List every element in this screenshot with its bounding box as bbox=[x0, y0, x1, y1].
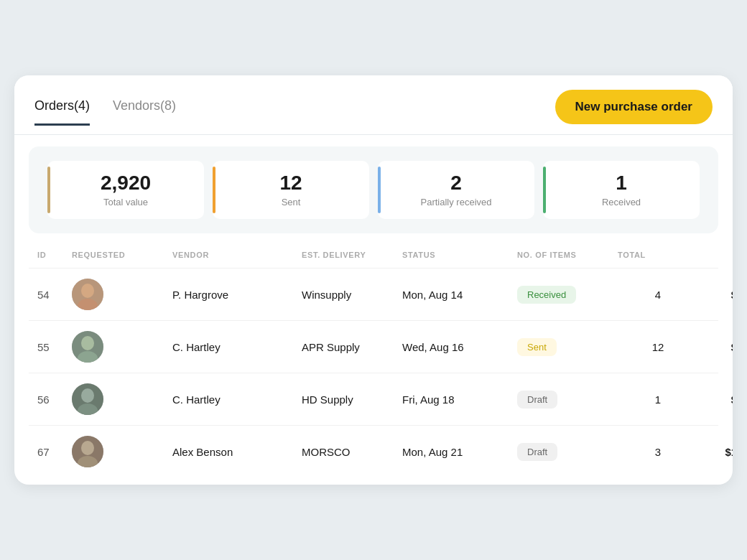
row-items-55: 12 bbox=[615, 341, 701, 353]
row-status-55: Sent bbox=[514, 338, 615, 356]
stat-partially-received: 2 Partially received bbox=[378, 161, 534, 220]
row-name-54: P. Hargrove bbox=[170, 289, 299, 301]
row-id-67: 67 bbox=[34, 446, 69, 458]
stat-label-partial: Partially received bbox=[421, 197, 492, 207]
row-delivery-56: Fri, Aug 18 bbox=[399, 393, 514, 406]
status-badge: Draft bbox=[517, 443, 557, 461]
stats-row: 2,920 Total value 12 Sent 2 Partially re… bbox=[29, 146, 718, 234]
row-avatar-67 bbox=[69, 436, 170, 467]
new-purchase-order-button[interactable]: New purchase order bbox=[555, 90, 713, 124]
svg-point-10 bbox=[81, 441, 94, 455]
row-id-56: 56 bbox=[34, 393, 69, 406]
svg-point-7 bbox=[81, 388, 94, 403]
status-badge: Draft bbox=[517, 391, 557, 409]
table-row[interactable]: 67 Alex Benson MORSCO Mon, Aug 21 Draft … bbox=[29, 425, 718, 477]
row-avatar-54 bbox=[69, 279, 170, 310]
orders-table: ID REQUESTED VENDOR EST. DELIVERY STATUS… bbox=[14, 245, 733, 485]
main-card: Orders(4) Vendors(8) New purchase order … bbox=[14, 75, 733, 485]
stat-value-partial: 2 bbox=[450, 172, 462, 195]
table-row[interactable]: 56 C. Hartley HD Supply Fri, Aug 18 Draf… bbox=[29, 373, 718, 425]
table-row[interactable]: 54 P. Hargrove Winsupply Mon, Aug 14 Rec… bbox=[29, 268, 718, 320]
status-badge: Sent bbox=[517, 338, 557, 356]
th-num-items: NO. OF ITEMS bbox=[514, 245, 615, 265]
row-delivery-54: Mon, Aug 14 bbox=[399, 289, 514, 301]
tab-vendors[interactable]: Vendors(8) bbox=[113, 98, 176, 126]
stat-label-total: Total value bbox=[103, 197, 148, 207]
row-delivery-67: Mon, Aug 21 bbox=[399, 446, 514, 458]
svg-point-1 bbox=[81, 284, 94, 298]
row-vendor-56: HD Supply bbox=[299, 393, 399, 406]
avatar bbox=[72, 436, 103, 467]
th-vendor: VENDOR bbox=[170, 245, 299, 265]
th-status: STATUS bbox=[399, 245, 514, 265]
stat-label-received: Received bbox=[602, 197, 641, 207]
row-avatar-56 bbox=[69, 383, 170, 415]
svg-point-4 bbox=[81, 336, 94, 350]
stat-accent-partial bbox=[378, 167, 381, 213]
stat-total-value: 2,920 Total value bbox=[47, 161, 204, 220]
row-vendor-54: Winsupply bbox=[299, 289, 399, 301]
stat-value-received: 1 bbox=[616, 172, 627, 195]
th-id: ID bbox=[34, 245, 69, 265]
stat-value-total: 2,920 bbox=[101, 172, 151, 195]
table-row[interactable]: 55 C. Hartley APR Supply Wed, Aug 16 Sen… bbox=[29, 320, 718, 373]
avatar bbox=[72, 383, 103, 415]
row-id-55: 55 bbox=[34, 341, 69, 353]
th-requested: REQUESTED bbox=[69, 245, 170, 265]
tab-orders[interactable]: Orders(4) bbox=[34, 98, 90, 126]
row-id-54: 54 bbox=[34, 289, 69, 301]
row-total-54: $740.00 bbox=[701, 289, 733, 301]
stat-accent-total bbox=[47, 167, 50, 213]
stat-label-sent: Sent bbox=[282, 197, 301, 207]
status-badge: Received bbox=[517, 286, 576, 304]
row-items-54: 4 bbox=[615, 289, 701, 301]
stat-accent-sent bbox=[213, 167, 215, 213]
table-header-row: ID REQUESTED VENDOR EST. DELIVERY STATUS… bbox=[29, 245, 718, 265]
th-est-delivery: EST. DELIVERY bbox=[299, 245, 399, 265]
row-vendor-55: APR Supply bbox=[299, 341, 399, 353]
stat-sent: 12 Sent bbox=[213, 161, 369, 220]
row-items-67: 3 bbox=[615, 446, 701, 458]
tabs-left: Orders(4) Vendors(8) bbox=[34, 98, 176, 126]
row-total-55: $640.00 bbox=[701, 341, 733, 353]
avatar bbox=[72, 331, 103, 363]
row-delivery-55: Wed, Aug 16 bbox=[399, 341, 514, 353]
th-total: TOTAL bbox=[615, 245, 701, 265]
tab-divider bbox=[14, 134, 733, 135]
row-name-67: Alex Benson bbox=[170, 446, 299, 458]
stat-accent-received bbox=[543, 167, 546, 213]
row-items-56: 1 bbox=[615, 393, 701, 406]
row-status-56: Draft bbox=[514, 391, 615, 409]
row-total-56: $390.00 bbox=[701, 393, 733, 406]
tabs-header: Orders(4) Vendors(8) New purchase order bbox=[14, 75, 733, 134]
stat-value-sent: 12 bbox=[279, 172, 302, 195]
stat-received: 1 Received bbox=[543, 161, 700, 220]
row-status-67: Draft bbox=[514, 443, 615, 461]
row-name-55: C. Hartley bbox=[170, 341, 299, 353]
row-status-54: Received bbox=[514, 286, 615, 304]
avatar bbox=[72, 279, 103, 310]
row-name-56: C. Hartley bbox=[170, 393, 299, 406]
row-vendor-67: MORSCO bbox=[299, 446, 399, 458]
row-avatar-55 bbox=[69, 331, 170, 363]
row-total-67: $1150.00 bbox=[701, 446, 733, 458]
